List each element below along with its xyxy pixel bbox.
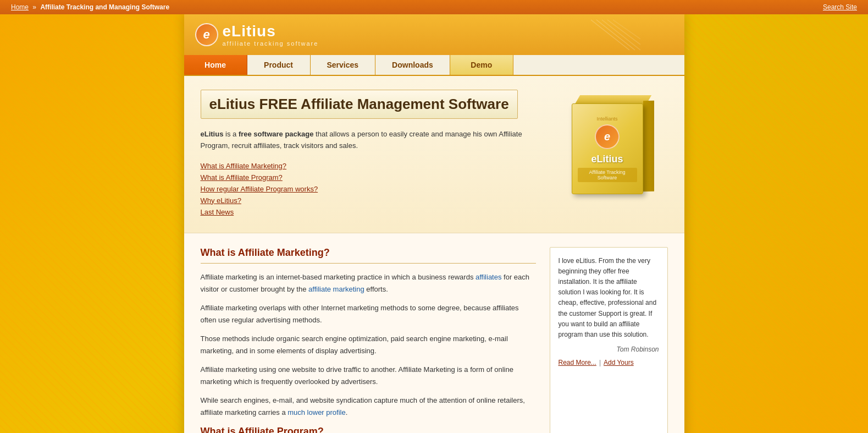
- breadcrumb-current: Affiliate Tracking and Managing Software: [40, 3, 169, 11]
- hero-section: eLitius FREE Affiliate Management Softwa…: [184, 76, 684, 233]
- logo-brand: eLitius: [223, 23, 319, 40]
- affiliate-marketing-link[interactable]: affiliate marketing: [308, 285, 364, 293]
- main-nav: Home Product Services Downloads Demo: [184, 55, 684, 76]
- software-box: Intelliants e eLitius Affiliate Tracking…: [572, 95, 654, 194]
- testimonial-text: I love eLitius. From the the very beginn…: [559, 256, 659, 341]
- article-content: What is Affiliate Marketing? Affiliate m…: [201, 247, 536, 433]
- testimonial-box: I love eLitius. From the the very beginn…: [550, 247, 668, 433]
- main-content: e eLitius affiliate tracking software: [184, 14, 684, 433]
- search-site-link[interactable]: Search Site: [823, 3, 857, 11]
- link-what-is-affiliate-program[interactable]: What is Affiliate Program?: [201, 173, 547, 182]
- add-yours-link[interactable]: Add Yours: [604, 359, 634, 366]
- article1-para2: Affiliate marketing overlaps with other …: [201, 302, 536, 326]
- nav-item-home[interactable]: Home: [184, 55, 247, 75]
- brand-name-inline: eLitius: [201, 130, 224, 138]
- breadcrumb-separator: »: [32, 3, 36, 11]
- free-package-label: free software package: [239, 130, 314, 138]
- lower-profile-link[interactable]: much lower profile: [288, 408, 346, 416]
- breadcrumb-home-link[interactable]: Home: [11, 3, 29, 11]
- box-icon-letter: e: [604, 130, 610, 143]
- logo-text: eLitius affiliate tracking software: [223, 23, 319, 47]
- read-more-link[interactable]: Read More...: [559, 359, 596, 366]
- affiliates-link[interactable]: affiliates: [476, 273, 501, 281]
- article1-para4: Affiliate marketing using one website to…: [201, 364, 536, 388]
- link-last-news[interactable]: Last News: [201, 208, 547, 216]
- logo-icon: e: [195, 23, 218, 46]
- testimonial-links: Read More... | Add Yours: [559, 359, 659, 366]
- site-header: e eLitius affiliate tracking software: [184, 14, 684, 55]
- logo-tagline: affiliate tracking software: [223, 40, 319, 47]
- nav-item-product[interactable]: Product: [247, 55, 311, 75]
- hero-links: What is Affiliate Marketing? What is Aff…: [201, 162, 547, 216]
- link-what-is-affiliate-marketing[interactable]: What is Affiliate Marketing?: [201, 162, 547, 170]
- header-decoration: [585, 17, 640, 55]
- article2-heading: What is Affiliate Program?: [201, 426, 536, 433]
- nav-item-demo[interactable]: Demo: [450, 55, 513, 75]
- hero-right: Intelliants e eLitius Affiliate Tracking…: [558, 90, 668, 216]
- box-side-face: [643, 101, 654, 192]
- link-why-elitius[interactable]: Why eLitius?: [201, 196, 547, 205]
- svg-line-1: [596, 20, 635, 50]
- box-brand-name: eLitius: [591, 154, 623, 165]
- article1-heading: What is Affiliate Marketing?: [201, 247, 536, 259]
- article1-para3: Those methods include organic search eng…: [201, 333, 536, 357]
- article1-divider: [201, 263, 536, 264]
- page-wrapper: Home » Affiliate Tracking and Managing S…: [0, 0, 868, 433]
- svg-line-0: [591, 20, 629, 50]
- box-caption: Affiliate Tracking Software: [578, 168, 637, 182]
- box-main-face: Intelliants e eLitius Affiliate Tracking…: [572, 103, 643, 194]
- nav-item-downloads[interactable]: Downloads: [375, 55, 450, 75]
- breadcrumb: Home » Affiliate Tracking and Managing S…: [11, 3, 169, 11]
- top-bar: Home » Affiliate Tracking and Managing S…: [0, 0, 868, 14]
- testimonial-separator: |: [599, 359, 601, 366]
- hero-description: eLitius is a free software package that …: [201, 129, 547, 152]
- bottom-section: What is Affiliate Marketing? Affiliate m…: [184, 233, 684, 433]
- nav-item-services[interactable]: Services: [311, 55, 376, 75]
- hero-title: eLitius FREE Affiliate Management Softwa…: [201, 90, 518, 119]
- article1-para1: Affiliate marketing is an internet-based…: [201, 271, 536, 295]
- box-logo-circle: e: [595, 124, 620, 149]
- box-publisher: Intelliants: [596, 116, 617, 122]
- link-how-regular-affiliate-works[interactable]: How regular Affiliate Program works?: [201, 185, 547, 193]
- testimonial-author: Tom Robinson: [559, 346, 659, 353]
- article1-para5: While search engines, e-mail, and websit…: [201, 394, 536, 419]
- hero-left: eLitius FREE Affiliate Management Softwa…: [201, 90, 547, 216]
- logo-area: e eLitius affiliate tracking software: [195, 23, 319, 47]
